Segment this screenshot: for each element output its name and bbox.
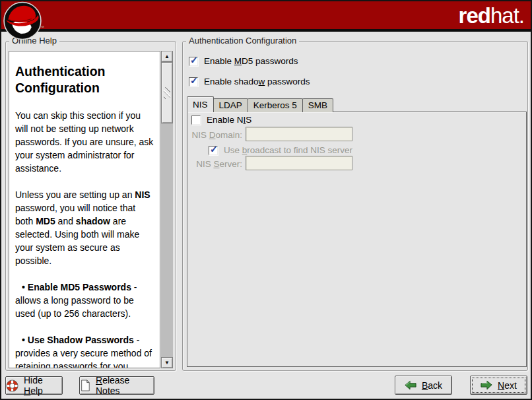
enable-nis-checkbox[interactable] xyxy=(191,116,201,125)
installer-window: ™ redhat. Online Help Authentication Con… xyxy=(0,0,532,400)
help-bullet-md5: • Enable MD5 Passwords - allows a long p… xyxy=(15,281,154,320)
help-bullet-shadow: • Use Shadow Passwords - provides a very… xyxy=(15,333,154,368)
scroll-up-button[interactable]: ▲ xyxy=(161,51,173,62)
checkmark-icon: ✓ xyxy=(190,75,198,86)
scroll-down-icon: ▼ xyxy=(164,360,170,366)
nis-domain-label: NIS Domain: xyxy=(189,130,242,140)
next-label: Next xyxy=(498,380,517,391)
auth-tab-bar: NIS LDAP Kerberos 5 SMB xyxy=(187,96,333,112)
brand-hat: hat. xyxy=(490,3,524,28)
auth-config-frame: Authentication Configuration ✓ Enable MD… xyxy=(182,41,528,371)
tab-kerberos5[interactable]: Kerberos 5 xyxy=(248,98,303,112)
help-paragraph: Unless you are setting up an NIS passwor… xyxy=(15,188,154,267)
tab-smb[interactable]: SMB xyxy=(302,98,333,112)
checkmark-icon: ✓ xyxy=(190,55,198,65)
help-scrollbar[interactable]: ▲ ▼ xyxy=(161,51,173,368)
redhat-shadowman-logo-icon xyxy=(3,1,42,40)
enable-md5-label: Enable MD5 passwords xyxy=(204,56,298,66)
header-bar xyxy=(1,1,531,32)
release-notes-button[interactable]: Release Notes xyxy=(79,376,154,395)
back-button[interactable]: Back xyxy=(395,376,452,395)
nis-domain-input[interactable] xyxy=(246,127,352,141)
trademark-symbol: ™ xyxy=(40,25,44,30)
nis-server-label: NIS Server: xyxy=(189,159,242,169)
back-label: Back xyxy=(422,380,442,391)
scroll-down-button[interactable]: ▼ xyxy=(161,357,173,368)
auth-config-frame-label: Authentication Configuration xyxy=(186,36,299,46)
enable-md5-checkbox[interactable]: ✓ xyxy=(189,57,198,66)
enable-shadow-checkbox-row[interactable]: ✓ Enable shadow passwords xyxy=(189,77,310,86)
nis-server-input[interactable] xyxy=(246,156,352,170)
broadcast-checkbox-row[interactable]: ✓ Use broadcast to find NIS server xyxy=(209,145,352,155)
enable-md5-checkbox-row[interactable]: ✓ Enable MD5 passwords xyxy=(189,56,298,66)
scroll-thumb[interactable] xyxy=(161,62,173,123)
online-help-frame: Online Help Authentication Configuration… xyxy=(5,41,176,371)
enable-nis-label: Enable NIS xyxy=(207,115,251,125)
next-button[interactable]: Next xyxy=(470,376,527,395)
help-text-viewport: Authentication Configuration You can ski… xyxy=(9,51,160,368)
enable-shadow-label: Enable shadow passwords xyxy=(204,77,310,86)
scroll-up-icon: ▲ xyxy=(164,53,170,59)
brand-wordmark: redhat. xyxy=(459,3,524,28)
brand-red: red xyxy=(459,3,490,28)
broadcast-checkbox[interactable]: ✓ xyxy=(209,146,218,155)
help-heading: Authentication Configuration xyxy=(15,63,154,96)
enable-shadow-checkbox[interactable]: ✓ xyxy=(189,77,198,86)
tab-nis[interactable]: NIS xyxy=(187,96,214,112)
document-icon xyxy=(80,380,90,391)
hide-help-button[interactable]: Hide Help xyxy=(5,376,63,395)
arrow-left-icon xyxy=(405,380,416,390)
tab-ldap[interactable]: LDAP xyxy=(213,98,248,112)
lifebuoy-icon xyxy=(6,380,18,392)
checkmark-icon: ✓ xyxy=(210,144,218,154)
broadcast-label: Use broadcast to find NIS server xyxy=(224,145,352,155)
enable-nis-checkbox-row[interactable]: Enable NIS xyxy=(191,115,251,125)
hide-help-label: Hide Help xyxy=(24,375,62,396)
nis-tab-panel: Enable NIS NIS Domain: ✓ Use broadcast t… xyxy=(187,112,527,367)
arrow-right-icon xyxy=(481,380,492,390)
help-text-content: Authentication Configuration You can ski… xyxy=(9,51,160,368)
release-notes-label: Release Notes xyxy=(96,375,154,396)
help-paragraph: You can skip this section if you will no… xyxy=(15,109,154,175)
